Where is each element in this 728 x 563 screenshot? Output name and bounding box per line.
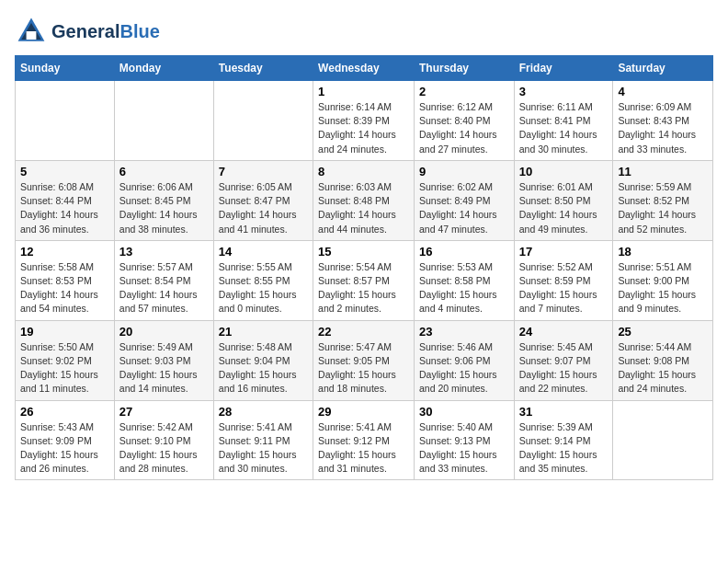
day-info: Sunrise: 5:47 AM Sunset: 9:05 PM Dayligh… xyxy=(318,340,409,396)
day-number: 7 xyxy=(219,165,308,178)
day-number: 24 xyxy=(519,325,609,339)
day-cell: 1Sunrise: 6:14 AM Sunset: 8:39 PM Daylig… xyxy=(313,81,415,161)
day-number: 29 xyxy=(318,405,409,419)
day-number: 26 xyxy=(20,405,109,419)
day-info: Sunrise: 5:40 AM Sunset: 9:13 PM Dayligh… xyxy=(419,420,509,477)
day-number: 10 xyxy=(519,165,609,178)
day-cell: 11Sunrise: 5:59 AM Sunset: 8:52 PM Dayli… xyxy=(613,160,713,240)
page-header: GeneralBlue xyxy=(15,15,713,48)
day-number: 18 xyxy=(618,245,708,259)
day-number: 17 xyxy=(519,245,609,259)
day-cell xyxy=(114,81,213,161)
day-info: Sunrise: 5:49 AM Sunset: 9:03 PM Dayligh… xyxy=(119,340,209,396)
day-info: Sunrise: 5:41 AM Sunset: 9:12 PM Dayligh… xyxy=(318,420,409,477)
day-info: Sunrise: 6:08 AM Sunset: 8:44 PM Dayligh… xyxy=(20,180,109,236)
day-cell: 22Sunrise: 5:47 AM Sunset: 9:05 PM Dayli… xyxy=(313,320,415,400)
day-number: 14 xyxy=(219,245,308,259)
day-number: 23 xyxy=(419,325,509,339)
calendar-table: SundayMondayTuesdayWednesdayThursdayFrid… xyxy=(15,55,713,480)
day-cell: 5Sunrise: 6:08 AM Sunset: 8:44 PM Daylig… xyxy=(16,160,115,240)
day-cell: 31Sunrise: 5:39 AM Sunset: 9:14 PM Dayli… xyxy=(514,400,613,480)
day-cell: 23Sunrise: 5:46 AM Sunset: 9:06 PM Dayli… xyxy=(414,320,514,400)
day-info: Sunrise: 5:46 AM Sunset: 9:06 PM Dayligh… xyxy=(419,340,509,396)
day-info: Sunrise: 6:14 AM Sunset: 8:39 PM Dayligh… xyxy=(318,100,409,156)
day-cell xyxy=(213,81,313,161)
day-info: Sunrise: 6:02 AM Sunset: 8:49 PM Dayligh… xyxy=(419,180,509,236)
day-cell: 21Sunrise: 5:48 AM Sunset: 9:04 PM Dayli… xyxy=(213,320,313,400)
day-info: Sunrise: 5:50 AM Sunset: 9:02 PM Dayligh… xyxy=(20,340,109,396)
logo: GeneralBlue xyxy=(15,15,160,48)
day-info: Sunrise: 6:09 AM Sunset: 8:43 PM Dayligh… xyxy=(618,100,708,156)
week-row-1: 1Sunrise: 6:14 AM Sunset: 8:39 PM Daylig… xyxy=(16,81,713,161)
day-info: Sunrise: 5:58 AM Sunset: 8:53 PM Dayligh… xyxy=(20,260,109,316)
day-info: Sunrise: 6:01 AM Sunset: 8:50 PM Dayligh… xyxy=(519,180,609,236)
day-info: Sunrise: 5:51 AM Sunset: 9:00 PM Dayligh… xyxy=(618,260,708,316)
day-cell: 12Sunrise: 5:58 AM Sunset: 8:53 PM Dayli… xyxy=(16,240,115,320)
day-cell: 17Sunrise: 5:52 AM Sunset: 8:59 PM Dayli… xyxy=(514,240,613,320)
day-info: Sunrise: 6:11 AM Sunset: 8:41 PM Dayligh… xyxy=(519,100,609,156)
logo-text: GeneralBlue xyxy=(51,21,160,41)
day-number: 22 xyxy=(318,325,409,339)
day-cell: 4Sunrise: 6:09 AM Sunset: 8:43 PM Daylig… xyxy=(613,81,713,161)
weekday-header-friday: Friday xyxy=(514,56,613,81)
week-row-4: 19Sunrise: 5:50 AM Sunset: 9:02 PM Dayli… xyxy=(16,320,713,400)
day-cell xyxy=(16,81,115,161)
day-number: 3 xyxy=(519,85,609,98)
day-number: 19 xyxy=(20,325,109,339)
day-cell: 29Sunrise: 5:41 AM Sunset: 9:12 PM Dayli… xyxy=(313,400,415,480)
day-info: Sunrise: 6:03 AM Sunset: 8:48 PM Dayligh… xyxy=(318,180,409,236)
logo-icon xyxy=(15,15,48,48)
day-cell: 9Sunrise: 6:02 AM Sunset: 8:49 PM Daylig… xyxy=(414,160,514,240)
day-number: 6 xyxy=(119,165,209,178)
day-number: 13 xyxy=(119,245,209,259)
day-cell: 16Sunrise: 5:53 AM Sunset: 8:58 PM Dayli… xyxy=(414,240,514,320)
day-number: 30 xyxy=(419,405,509,419)
day-cell: 6Sunrise: 6:06 AM Sunset: 8:45 PM Daylig… xyxy=(114,160,213,240)
day-cell: 30Sunrise: 5:40 AM Sunset: 9:13 PM Dayli… xyxy=(414,400,514,480)
day-info: Sunrise: 5:52 AM Sunset: 8:59 PM Dayligh… xyxy=(519,260,609,316)
week-row-5: 26Sunrise: 5:43 AM Sunset: 9:09 PM Dayli… xyxy=(16,400,713,480)
weekday-header-tuesday: Tuesday xyxy=(213,56,313,81)
day-cell: 7Sunrise: 6:05 AM Sunset: 8:47 PM Daylig… xyxy=(213,160,313,240)
day-info: Sunrise: 5:45 AM Sunset: 9:07 PM Dayligh… xyxy=(519,340,609,396)
day-info: Sunrise: 6:06 AM Sunset: 8:45 PM Dayligh… xyxy=(119,180,209,236)
day-cell: 26Sunrise: 5:43 AM Sunset: 9:09 PM Dayli… xyxy=(16,400,115,480)
day-number: 20 xyxy=(119,325,209,339)
day-cell: 13Sunrise: 5:57 AM Sunset: 8:54 PM Dayli… xyxy=(114,240,213,320)
day-cell: 28Sunrise: 5:41 AM Sunset: 9:11 PM Dayli… xyxy=(213,400,313,480)
weekday-header-sunday: Sunday xyxy=(16,56,115,81)
day-info: Sunrise: 5:54 AM Sunset: 8:57 PM Dayligh… xyxy=(318,260,409,316)
day-info: Sunrise: 5:48 AM Sunset: 9:04 PM Dayligh… xyxy=(219,340,308,396)
day-cell: 18Sunrise: 5:51 AM Sunset: 9:00 PM Dayli… xyxy=(613,240,713,320)
day-number: 16 xyxy=(419,245,509,259)
day-info: Sunrise: 5:55 AM Sunset: 8:55 PM Dayligh… xyxy=(219,260,308,316)
day-info: Sunrise: 5:53 AM Sunset: 8:58 PM Dayligh… xyxy=(419,260,509,316)
day-number: 11 xyxy=(618,165,708,178)
day-number: 27 xyxy=(119,405,209,419)
day-number: 25 xyxy=(618,325,708,339)
day-cell: 10Sunrise: 6:01 AM Sunset: 8:50 PM Dayli… xyxy=(514,160,613,240)
day-number: 9 xyxy=(419,165,509,178)
day-number: 21 xyxy=(219,325,308,339)
day-info: Sunrise: 5:57 AM Sunset: 8:54 PM Dayligh… xyxy=(119,260,209,316)
day-cell: 24Sunrise: 5:45 AM Sunset: 9:07 PM Dayli… xyxy=(514,320,613,400)
day-cell: 3Sunrise: 6:11 AM Sunset: 8:41 PM Daylig… xyxy=(514,81,613,161)
weekday-header-thursday: Thursday xyxy=(414,56,514,81)
day-cell xyxy=(613,400,713,480)
week-row-2: 5Sunrise: 6:08 AM Sunset: 8:44 PM Daylig… xyxy=(16,160,713,240)
day-number: 12 xyxy=(20,245,109,259)
day-info: Sunrise: 5:44 AM Sunset: 9:08 PM Dayligh… xyxy=(618,340,708,396)
day-cell: 15Sunrise: 5:54 AM Sunset: 8:57 PM Dayli… xyxy=(313,240,415,320)
day-info: Sunrise: 5:42 AM Sunset: 9:10 PM Dayligh… xyxy=(119,420,209,477)
day-number: 28 xyxy=(219,405,308,419)
day-number: 2 xyxy=(419,85,509,98)
svg-rect-2 xyxy=(27,31,37,40)
weekday-header-monday: Monday xyxy=(114,56,213,81)
day-cell: 19Sunrise: 5:50 AM Sunset: 9:02 PM Dayli… xyxy=(16,320,115,400)
day-cell: 20Sunrise: 5:49 AM Sunset: 9:03 PM Dayli… xyxy=(114,320,213,400)
day-number: 5 xyxy=(20,165,109,178)
day-cell: 25Sunrise: 5:44 AM Sunset: 9:08 PM Dayli… xyxy=(613,320,713,400)
day-info: Sunrise: 5:39 AM Sunset: 9:14 PM Dayligh… xyxy=(519,420,609,477)
day-cell: 8Sunrise: 6:03 AM Sunset: 8:48 PM Daylig… xyxy=(313,160,415,240)
weekday-header-row: SundayMondayTuesdayWednesdayThursdayFrid… xyxy=(16,56,713,81)
